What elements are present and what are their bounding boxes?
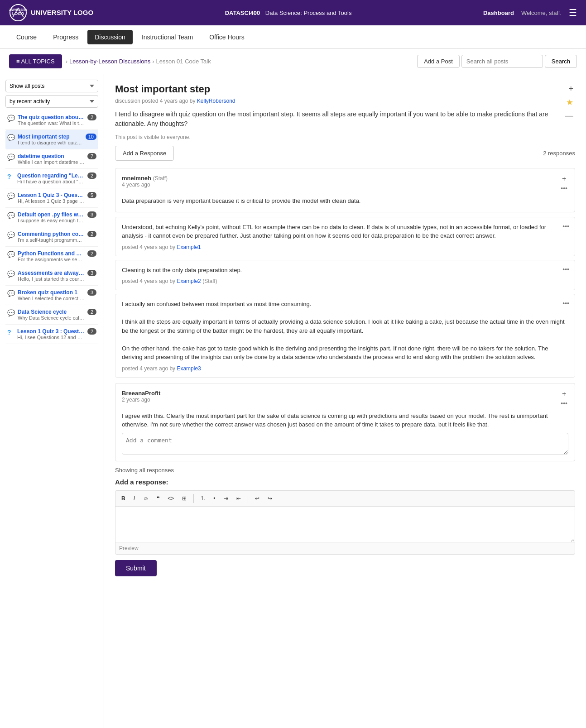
response-1-staff-badge: (Staff) [153,175,168,182]
responses-section: mneimneh (Staff) 4 years ago + ••• Data … [115,168,575,461]
nav-instructional-team[interactable]: Instructional Team [134,30,200,44]
post-list-item-9[interactable]: 💬Broken quiz question 1When I selected t… [5,286,98,305]
editor-preview-label: Preview [115,542,575,555]
nav-progress[interactable]: Progress [46,30,86,44]
chat-icon: 💬 [7,115,15,122]
nav-course[interactable]: Course [9,30,44,44]
post-count-badge-11: 2 [87,328,96,335]
post-list-item-1[interactable]: 💬Most important stepI tend to disagree w… [5,130,98,149]
post-preview-title-3: Question regarding "Lesson ..." [17,172,85,179]
toolbar-table[interactable]: ⊞ [179,493,190,503]
response-editor[interactable] [115,506,575,542]
post-list-item-2[interactable]: 💬datetime questionWhile I can import dat… [5,149,98,169]
response-1-more-button[interactable]: ••• [560,184,568,193]
comment-1-author-link[interactable]: Example1 [177,244,201,250]
response-2-plus-button[interactable]: + [560,390,568,398]
add-response-button[interactable]: Add a Response [115,146,174,161]
course-code: DATASCI400 [225,10,260,16]
comment-2-author-link[interactable]: Example2 [177,278,201,284]
post-more-button[interactable]: — [563,110,575,121]
response-card-2: BreeanaProfit 2 years ago + ••• I agree … [115,383,575,461]
main-content: + ★ — Most important step discussion pos… [104,74,586,728]
post-preview-content-1: Most important stepI tend to disagree wi… [18,134,83,145]
post-list: 💬The quiz question about mo...The questi… [5,110,98,344]
response-2-actions: + ••• [560,390,568,408]
breadcrumb-bar: ≡ ALL TOPICS › Lesson-by-Lesson Discussi… [0,49,586,74]
toolbar-quote[interactable]: ❝ [154,493,163,503]
toolbar-outdent[interactable]: ⇤ [233,493,244,503]
comment-2-body: Cleaning is not the only data preparatio… [122,266,568,275]
comment-1-more-button[interactable]: ••• [562,222,570,231]
response-2-more-button[interactable]: ••• [560,399,568,408]
post-author-link[interactable]: KellyRobersond [197,98,235,104]
post-star-button[interactable]: ★ [564,96,575,108]
comment-3-author-link[interactable]: Example3 [177,365,201,372]
search-input[interactable] [461,55,543,68]
response-2-author-info: BreeanaProfit 2 years ago [122,390,160,403]
post-preview-title-8: Assessments are always one... [18,270,85,276]
post-count-badge-1: 10 [86,134,96,140]
toolbar-indent[interactable]: ⇥ [221,493,231,503]
post-preview-title-4: Lesson 1 Quiz 3 - Question o... [18,192,85,198]
post-preview-title-5: Default open .py files with Sp... [18,211,85,218]
toolbar-ol[interactable]: 1. [197,493,208,503]
post-preview-title-1: Most important step [18,134,83,140]
response-card-1: mneimneh (Staff) 4 years ago + ••• Data … [115,168,575,212]
search-area: Add a Post Search [417,55,577,68]
comment-2-more-button[interactable]: ••• [562,265,570,274]
post-list-item-7[interactable]: 💬Python Functions and Return...For the a… [5,247,98,266]
response-1-author-info: mneimneh (Staff) 4 years ago [122,175,168,188]
post-list-item-5[interactable]: 💬Default open .py files with Sp...I supp… [5,208,98,227]
post-list-item-8[interactable]: 💬Assessments are always one...Hello, I j… [5,266,98,286]
toolbar-separator-2 [248,494,248,503]
toolbar-emoji[interactable]: ☺ [140,493,152,503]
post-preview-title-11: Lesson 1 Quiz 3 : Questions ... [17,328,85,335]
post-meta: discussion posted 4 years ago by KellyRo… [115,98,575,104]
post-list-item-6[interactable]: 💬Commenting python code?I'm a self-taugh… [5,227,98,247]
toolbar-italic[interactable]: I [130,493,138,503]
post-plus-button[interactable]: + [567,83,575,95]
comment-3-more-button[interactable]: ••• [562,299,570,308]
chat-icon: 💬 [7,270,15,278]
post-list-item-11[interactable]: ?Lesson 1 Quiz 3 : Questions ...Hi, I se… [5,325,98,344]
response-1-actions: + ••• [560,175,568,193]
add-comment-input[interactable] [122,433,568,455]
comment-1: ••• Understood, but echoing Kelly's poin… [115,217,575,256]
post-preview-title-9: Broken quiz question 1 [18,289,85,296]
post-list-item-3[interactable]: ?Question regarding "Lesson ..."Hi I hav… [5,169,98,188]
comment-2-meta: posted 4 years ago by Example2 (Staff) [122,278,568,284]
search-button[interactable]: Search [545,55,577,68]
menu-icon[interactable]: ☰ [569,7,577,18]
post-count-badge-4: 5 [87,192,96,198]
post-list-item-4[interactable]: 💬Lesson 1 Quiz 3 - Question o...Hi, At l… [5,188,98,208]
post-list-item-0[interactable]: 💬The quiz question about mo...The questi… [5,110,98,130]
post-body: I tend to disagree with quiz question on… [115,110,575,129]
response-1-plus-button[interactable]: + [560,175,568,183]
post-preview-content-6: Commenting python code?I'm a self-taught… [18,231,85,243]
dashboard-link[interactable]: Dashboard [483,10,514,16]
toolbar-code[interactable]: <> [164,493,177,503]
breadcrumb-lesson-discussions[interactable]: Lesson-by-Lesson Discussions [69,58,150,65]
post-detail: + ★ — Most important step discussion pos… [115,83,575,161]
question-icon: ? [7,329,14,336]
toolbar-redo[interactable]: ↪ [264,493,275,503]
toolbar-ul[interactable]: • [210,493,218,503]
toolbar-bold[interactable]: B [118,493,129,503]
sidebar-filter-type[interactable]: Show all posts Unread posts My posts [5,80,98,92]
post-preview-content-9: Broken quiz question 1When I selected th… [18,289,85,301]
post-list-item-10[interactable]: 💬Data Science cycleWhy Data Science cycl… [5,305,98,325]
submit-response-button[interactable]: Submit [115,560,157,576]
logo[interactable]: UNIVERSITY LOGO UNIVERSITY LOGO [9,4,93,22]
toolbar-undo[interactable]: ↩ [252,493,263,503]
post-preview-title-2: datetime question [18,153,85,159]
all-topics-button[interactable]: ≡ ALL TOPICS [9,54,62,68]
logo-icon: UNIVERSITY LOGO [9,4,27,22]
chat-icon: 💬 [7,290,15,297]
response-1-time: 4 years ago [122,182,168,188]
add-post-button[interactable]: Add a Post [417,55,460,68]
nav-office-hours[interactable]: Office Hours [202,30,252,44]
sidebar-filter-sort[interactable]: by recent activity by most votes by most… [5,95,98,108]
post-preview-title-7: Python Functions and Return... [18,250,85,257]
nav-discussion[interactable]: Discussion [87,30,133,44]
chat-icon: 💬 [7,192,15,200]
